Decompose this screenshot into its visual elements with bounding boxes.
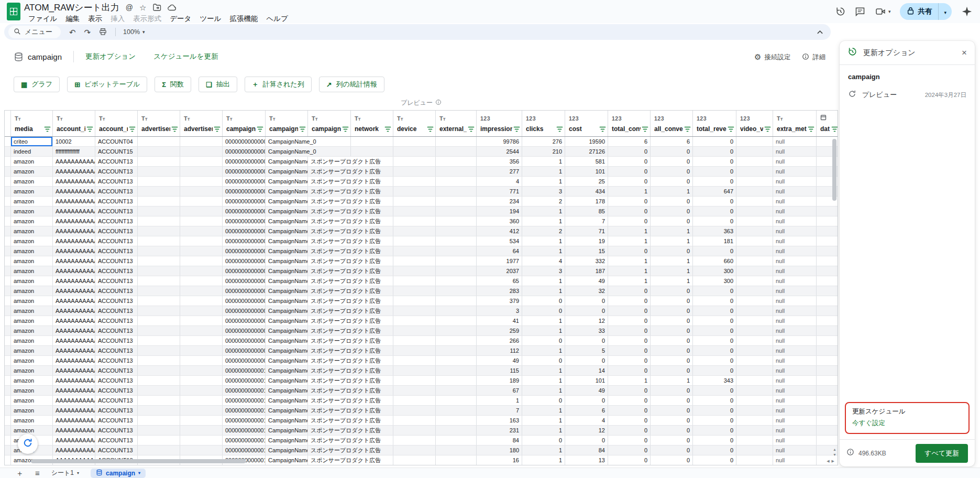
grid-cell[interactable]: 181: [693, 236, 736, 246]
grid-cell[interactable]: 0: [608, 396, 651, 405]
grid-cell[interactable]: 1: [651, 187, 693, 196]
grid-cell[interactable]: ACCOUNT13: [95, 236, 138, 246]
grid-cell[interactable]: 0000000000000: [223, 207, 266, 216]
column-header-network[interactable]: TTnetwork: [351, 111, 393, 136]
grid-cell[interactable]: 434: [565, 187, 608, 196]
grid-cell[interactable]: 0000000000001: [223, 386, 266, 395]
grid-cell[interactable]: 71: [565, 226, 608, 236]
grid-cell[interactable]: CampaignName_: [266, 207, 308, 216]
grid-cell[interactable]: 0: [565, 296, 608, 306]
grid-cell[interactable]: [180, 316, 223, 325]
grid-cell[interactable]: [736, 426, 773, 435]
chart-button[interactable]: ▦グラフ: [14, 77, 60, 92]
grid-cell[interactable]: null: [773, 137, 817, 146]
grid-cell[interactable]: [138, 416, 180, 425]
grid-cell[interactable]: 49: [477, 356, 522, 365]
grid-cell[interactable]: 300: [693, 276, 736, 286]
grid-cell[interactable]: ACCOUNT13: [95, 326, 138, 335]
grid-cell[interactable]: 1: [522, 366, 565, 375]
filter-icon[interactable]: [44, 126, 51, 132]
grid-cell[interactable]: [393, 197, 436, 206]
grid-cell[interactable]: スポンサープロダクト広告: [308, 216, 351, 226]
grid-cell[interactable]: ACCOUNT13: [95, 346, 138, 355]
grid-cell[interactable]: AAAAAAAAAAAA: [53, 376, 95, 385]
grid-cell[interactable]: amazon: [11, 216, 53, 226]
menu-表示[interactable]: 表示: [84, 13, 106, 25]
grid-cell[interactable]: 1: [522, 276, 565, 286]
grid-cell[interactable]: 0: [651, 157, 693, 166]
grid-cell[interactable]: AAAAAAAAAAAA: [53, 187, 95, 196]
grid-cell[interactable]: null: [773, 266, 817, 276]
column-header-campaign_[interactable]: TTcampaign_: [223, 111, 266, 136]
grid-cell[interactable]: [138, 346, 180, 355]
menu-表示形式[interactable]: 表示形式: [129, 13, 166, 25]
grid-cell[interactable]: [436, 137, 477, 146]
grid-cell[interactable]: [736, 246, 773, 256]
grid-cell[interactable]: AAAAAAAAAAAA: [53, 197, 95, 206]
grid-cell[interactable]: 0: [608, 157, 651, 166]
grid-cell[interactable]: スポンサープロダクト広告: [308, 455, 351, 465]
grid-cell[interactable]: AAAAAAAAAAAA: [53, 216, 95, 226]
grid-cell[interactable]: 0000000000000: [223, 157, 266, 166]
grid-cell[interactable]: 0000000000001: [223, 366, 266, 375]
grid-cell[interactable]: AAAAAAAAAAAA: [53, 346, 95, 355]
grid-cell[interactable]: [393, 147, 436, 156]
grid-cell[interactable]: amazon: [11, 426, 53, 435]
grid-cell[interactable]: 0: [693, 216, 736, 226]
grid-cell[interactable]: 0: [693, 396, 736, 405]
grid-cell[interactable]: 0000000000000: [223, 266, 266, 276]
grid-cell[interactable]: [736, 296, 773, 306]
grid-cell[interactable]: スポンサープロダクト広告: [308, 396, 351, 405]
grid-cell[interactable]: 12: [565, 426, 608, 435]
grid-cell[interactable]: スポンサープロダクト広告: [308, 376, 351, 385]
grid-cell[interactable]: ACCOUNT13: [95, 197, 138, 206]
grid-cell[interactable]: 412: [477, 226, 522, 236]
grid-cell[interactable]: [138, 276, 180, 286]
grid-cell[interactable]: 1: [608, 236, 651, 246]
grid-cell[interactable]: CampaignName_: [266, 396, 308, 405]
grid-cell[interactable]: 1: [522, 386, 565, 395]
all-sheets-icon[interactable]: ≡: [35, 469, 40, 477]
grid-cell[interactable]: ACCOUNT13: [95, 246, 138, 256]
column-header-advertiser_[interactable]: TTadvertiser_: [180, 111, 223, 136]
menus-search[interactable]: メニュー: [8, 26, 61, 38]
grid-cell[interactable]: [436, 446, 477, 455]
grid-cell[interactable]: amazon: [11, 236, 53, 246]
grid-cell[interactable]: 0000000000001: [223, 416, 266, 425]
grid-cell[interactable]: ACCOUNT13: [95, 226, 138, 236]
grid-cell[interactable]: [180, 296, 223, 306]
grid-cell[interactable]: [393, 187, 436, 196]
grid-cell[interactable]: 19: [565, 236, 608, 246]
filter-icon[interactable]: [764, 126, 771, 132]
star-icon[interactable]: ☆: [139, 4, 146, 12]
share-button[interactable]: 共有: [900, 3, 938, 20]
grid-cell[interactable]: 0: [608, 416, 651, 425]
grid-cell[interactable]: 64: [477, 246, 522, 256]
grid-cell[interactable]: CampaignName_: [266, 216, 308, 226]
grid-cell[interactable]: 1: [608, 187, 651, 196]
grid-cell[interactable]: 5: [565, 346, 608, 355]
grid-cell[interactable]: ACCOUNT13: [95, 177, 138, 186]
grid-cell[interactable]: [138, 386, 180, 395]
grid-cell[interactable]: 0: [651, 316, 693, 325]
grid-cell[interactable]: [736, 226, 773, 236]
filter-icon[interactable]: [831, 126, 838, 132]
grid-cell[interactable]: スポンサープロダクト広告: [308, 386, 351, 395]
grid-cell[interactable]: スポンサープロダクト広告: [308, 246, 351, 256]
grid-cell[interactable]: 231: [477, 426, 522, 435]
grid-cell[interactable]: amazon: [11, 366, 53, 375]
grid-cell[interactable]: スポンサープロダクト広告: [308, 266, 351, 276]
grid-cell[interactable]: CampaignName_: [266, 416, 308, 425]
grid-cell[interactable]: [736, 446, 773, 455]
grid-cell[interactable]: [736, 207, 773, 216]
grid-cell[interactable]: [436, 187, 477, 196]
grid-cell[interactable]: [436, 436, 477, 445]
grid-cell[interactable]: 0000000000001: [223, 396, 266, 405]
grid-cell[interactable]: 99786: [477, 137, 522, 146]
horizontal-scroll-arrows[interactable]: ◀▶: [827, 459, 834, 463]
grid-cell[interactable]: [180, 396, 223, 405]
grid-cell[interactable]: [180, 216, 223, 226]
grid-cell[interactable]: [436, 326, 477, 335]
grid-cell[interactable]: ACCOUNT13: [95, 426, 138, 435]
menu-挿入[interactable]: 挿入: [106, 13, 129, 25]
